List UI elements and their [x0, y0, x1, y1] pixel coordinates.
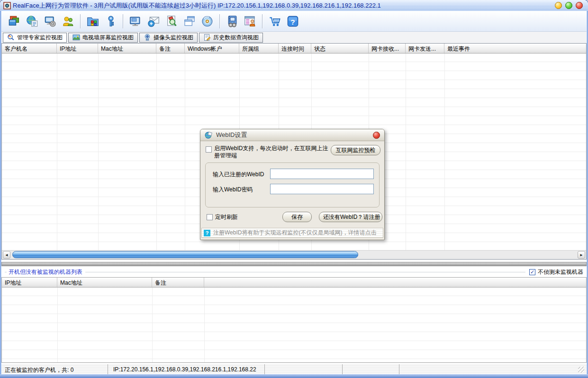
monitor-gear-icon	[44, 15, 56, 27]
screen-monitor-icon	[129, 15, 142, 27]
tab-expert-monitor[interactable]: 管理专家监控视图	[3, 33, 67, 43]
toolbar-button-folder-blocks[interactable]	[84, 13, 101, 30]
toolbar-button-mail-reply[interactable]	[145, 13, 162, 30]
user-list-icon	[244, 15, 256, 27]
column-header[interactable]: 备注	[152, 278, 204, 287]
column-header[interactable]: 连接时间	[279, 44, 311, 53]
toolbar-separator	[123, 14, 124, 28]
tab-webcam-icon	[144, 34, 151, 41]
question-icon: ?	[204, 230, 210, 236]
users-icon	[62, 15, 74, 27]
scroll-right-button[interactable]: ►	[578, 251, 585, 259]
toolbar-button-notebook-binoculars[interactable]	[224, 13, 241, 30]
globe-list-icon	[26, 15, 38, 27]
column-header[interactable]: Mac地址	[98, 44, 156, 53]
app-window: RealFace上网行为管理软件 - 3用户试用版(试用版不能连续超过3小时运行…	[0, 0, 588, 378]
unmonitored-table-body[interactable]	[2, 287, 586, 362]
column-header[interactable]: Mac地址	[57, 278, 152, 287]
precheck-button[interactable]: 互联网监控预检	[331, 145, 380, 155]
column-header[interactable]: 网卡发送...	[406, 44, 444, 53]
column-header[interactable]: 客户机名	[2, 44, 57, 53]
tab-camera-monitor[interactable]: 摄像头监控视图	[139, 33, 198, 43]
column-header[interactable]: Windows帐户	[185, 44, 239, 53]
save-button[interactable]: 保存	[282, 212, 312, 222]
toolbar-button-cd-disc[interactable]	[199, 13, 216, 30]
unmonitored-section-caption-row: 开机但没有被监视的机器列表 ✓ 不侦测未监视机器	[1, 267, 587, 277]
notebook-binoculars-icon	[226, 15, 238, 27]
column-header[interactable]: 所属组	[239, 44, 279, 53]
webid-input[interactable]	[270, 169, 374, 179]
window-frame-bottom	[0, 374, 588, 378]
toolbar-button-user-list[interactable]	[242, 13, 259, 30]
toolbar-button-cascade-windows[interactable]	[6, 13, 23, 30]
no-detect-checkbox[interactable]: ✓ 不侦测未监视机器	[529, 268, 583, 276]
tab-history-query[interactable]: 历史数据查询视图	[199, 33, 263, 43]
client-table-header: 客户机名IP地址Mac地址备注Windows帐户所属组连接时间状态网卡接收...…	[2, 44, 586, 54]
cart-icon	[269, 15, 281, 27]
dialog-title-bar[interactable]: WebID设置	[200, 129, 384, 141]
checkbox-icon[interactable]	[206, 146, 212, 153]
column-header[interactable]: 状态	[311, 44, 369, 53]
close-button[interactable]	[576, 2, 583, 9]
dialog-title: WebID设置	[216, 131, 247, 139]
column-header[interactable]: IP地址	[2, 278, 57, 287]
dialog-hint[interactable]: 注册WebID将有助于实现远程监控(不仅仅是局域网)，详情请点击	[213, 229, 376, 237]
toolbar-button-cart[interactable]	[266, 13, 283, 30]
unmonitored-table-panel: IP地址Mac地址备注	[1, 277, 587, 363]
unmonitored-table-header: IP地址Mac地址备注	[2, 278, 586, 288]
cascade-windows-icon	[8, 15, 20, 27]
folder-blocks-icon	[87, 15, 99, 27]
grid-column-line	[444, 53, 445, 251]
column-header[interactable]: 最近事件	[444, 44, 586, 53]
tab-tvwall-monitor[interactable]: 电视墙屏幕监控视图	[68, 33, 138, 43]
checkbox-icon[interactable]	[207, 214, 213, 220]
toolbar-button-copy-windows[interactable]	[181, 13, 198, 30]
toolbar-button-monitor-gear[interactable]	[42, 13, 59, 30]
grid-column-line	[57, 287, 58, 362]
checkbox-checked-icon[interactable]: ✓	[529, 269, 535, 275]
toolbar-button-search-doc[interactable]	[163, 13, 180, 30]
search-doc-icon	[165, 15, 178, 27]
password-label: 输入WebID密码	[213, 186, 253, 194]
toolbar-button-usb-key[interactable]	[102, 13, 119, 30]
toolbar-button-globe-list[interactable]	[24, 13, 41, 30]
column-header[interactable]	[204, 278, 586, 287]
enable-webid-checkbox[interactable]: 启用WebID支持，每次启动时，在互联网上注册管理端	[206, 145, 331, 159]
tab-history-icon	[203, 34, 211, 41]
password-input[interactable]	[270, 184, 374, 194]
tab-magnifier-icon	[7, 34, 15, 41]
webid-dialog: WebID设置 启用WebID支持，每次启动时，在互联网上注册管理端 互联网监控…	[200, 129, 385, 240]
status-panel-3	[267, 364, 343, 374]
status-panel-1: 正在被监控的客户机，共: 0	[1, 364, 108, 374]
maximize-button[interactable]	[565, 2, 572, 9]
auto-refresh-checkbox[interactable]: 定时刷新	[207, 213, 238, 221]
toolbar-button-users[interactable]	[60, 13, 77, 30]
scrollbar-thumb[interactable]	[12, 251, 358, 258]
tab-label: 管理专家监控视图	[17, 34, 63, 42]
column-header[interactable]: 网卡接收...	[369, 44, 406, 53]
svg-text:?: ?	[290, 18, 295, 26]
grid-column-line	[185, 53, 185, 251]
column-header[interactable]: IP地址	[57, 44, 98, 53]
grid-column-line	[57, 53, 57, 251]
toolbar-button-screen-monitor[interactable]	[127, 13, 144, 30]
enable-webid-label: 启用WebID支持，每次启动时，在互联网上注册管理端	[214, 145, 331, 159]
webid-group-box: 输入已注册的WebID 输入WebID密码	[205, 162, 380, 207]
scroll-left-button[interactable]: ◄	[3, 251, 10, 259]
resize-grip[interactable]	[578, 367, 584, 373]
grid-column-line	[98, 53, 99, 251]
unmonitored-list-caption: 开机但没有被监视的机器列表	[9, 268, 82, 276]
cd-disc-icon	[201, 15, 214, 27]
column-header[interactable]: 备注	[156, 44, 185, 53]
dialog-close-button[interactable]	[373, 132, 380, 139]
caption-divider	[85, 272, 525, 272]
horizontal-scrollbar[interactable]: ◄ ►	[2, 250, 586, 259]
title-bar[interactable]: RealFace上网行为管理软件 - 3用户试用版(试用版不能连续超过3小时运行…	[0, 0, 588, 11]
toolbar-button-help[interactable]: ?	[284, 13, 301, 30]
grid-column-line	[204, 287, 205, 362]
splitter[interactable]	[1, 262, 587, 266]
window-title: RealFace上网行为管理软件 - 3用户试用版(试用版不能连续超过3小时运行…	[13, 1, 381, 10]
minimize-button[interactable]	[555, 2, 562, 9]
caption-divider	[5, 272, 7, 272]
register-button[interactable]: 还没有WebID？请注册	[319, 212, 382, 222]
